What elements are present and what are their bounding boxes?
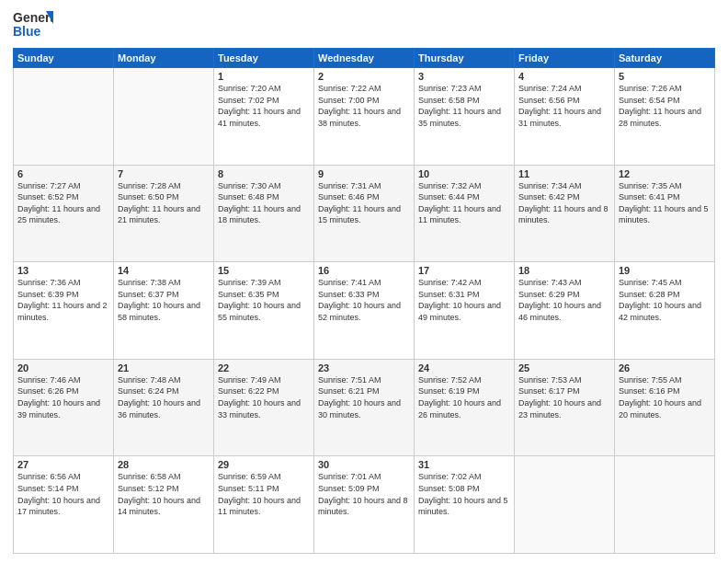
day-info: Sunrise: 7:20 AM Sunset: 7:02 PM Dayligh…: [218, 83, 310, 129]
day-info: Sunrise: 7:35 AM Sunset: 6:41 PM Dayligh…: [619, 180, 711, 226]
calendar-cell: 19Sunrise: 7:45 AM Sunset: 6:28 PM Dayli…: [615, 262, 715, 360]
calendar-cell: 23Sunrise: 7:51 AM Sunset: 6:21 PM Dayli…: [314, 359, 415, 456]
day-number: 7: [118, 168, 210, 179]
weekday-header-sunday: Sunday: [14, 49, 114, 68]
day-info: Sunrise: 7:26 AM Sunset: 6:54 PM Dayligh…: [619, 83, 711, 129]
day-info: Sunrise: 7:36 AM Sunset: 6:39 PM Dayligh…: [17, 277, 109, 323]
calendar-cell: 2Sunrise: 7:22 AM Sunset: 7:00 PM Daylig…: [314, 68, 415, 166]
day-info: Sunrise: 7:34 AM Sunset: 6:42 PM Dayligh…: [518, 180, 610, 226]
day-info: Sunrise: 7:30 AM Sunset: 6:48 PM Dayligh…: [218, 180, 310, 226]
day-number: 3: [418, 71, 510, 82]
calendar-cell: [515, 456, 615, 554]
calendar-cell: 25Sunrise: 7:53 AM Sunset: 6:17 PM Dayli…: [515, 359, 615, 456]
calendar-cell: 9Sunrise: 7:31 AM Sunset: 6:46 PM Daylig…: [314, 165, 415, 262]
day-number: 21: [118, 362, 210, 373]
weekday-header-friday: Friday: [515, 49, 615, 68]
calendar-week-5: 27Sunrise: 6:56 AM Sunset: 5:14 PM Dayli…: [14, 456, 715, 554]
day-number: 1: [218, 71, 310, 82]
weekday-header-row: SundayMondayTuesdayWednesdayThursdayFrid…: [14, 49, 715, 68]
calendar-week-3: 13Sunrise: 7:36 AM Sunset: 6:39 PM Dayli…: [14, 262, 715, 360]
day-info: Sunrise: 7:39 AM Sunset: 6:35 PM Dayligh…: [218, 277, 310, 323]
day-info: Sunrise: 7:32 AM Sunset: 6:44 PM Dayligh…: [418, 180, 510, 226]
day-info: Sunrise: 7:49 AM Sunset: 6:22 PM Dayligh…: [218, 374, 310, 420]
day-number: 17: [418, 265, 510, 276]
day-info: Sunrise: 7:38 AM Sunset: 6:37 PM Dayligh…: [118, 277, 210, 323]
day-info: Sunrise: 7:01 AM Sunset: 5:09 PM Dayligh…: [318, 471, 410, 517]
day-info: Sunrise: 7:45 AM Sunset: 6:28 PM Dayligh…: [619, 277, 711, 323]
weekday-header-monday: Monday: [114, 49, 214, 68]
calendar-cell: 24Sunrise: 7:52 AM Sunset: 6:19 PM Dayli…: [415, 359, 515, 456]
day-number: 6: [17, 168, 109, 179]
calendar-cell: 22Sunrise: 7:49 AM Sunset: 6:22 PM Dayli…: [214, 359, 314, 456]
calendar-cell: 12Sunrise: 7:35 AM Sunset: 6:41 PM Dayli…: [615, 165, 715, 262]
day-info: Sunrise: 7:27 AM Sunset: 6:52 PM Dayligh…: [17, 180, 109, 226]
calendar-cell: 10Sunrise: 7:32 AM Sunset: 6:44 PM Dayli…: [415, 165, 515, 262]
day-number: 23: [318, 362, 410, 373]
day-info: Sunrise: 7:52 AM Sunset: 6:19 PM Dayligh…: [418, 374, 510, 420]
calendar-cell: 5Sunrise: 7:26 AM Sunset: 6:54 PM Daylig…: [615, 68, 715, 166]
calendar-cell: 14Sunrise: 7:38 AM Sunset: 6:37 PM Dayli…: [114, 262, 214, 360]
day-info: Sunrise: 7:55 AM Sunset: 6:16 PM Dayligh…: [619, 374, 711, 420]
day-number: 14: [118, 265, 210, 276]
day-info: Sunrise: 7:31 AM Sunset: 6:46 PM Dayligh…: [318, 180, 410, 226]
calendar-cell: [615, 456, 715, 554]
calendar-cell: 17Sunrise: 7:42 AM Sunset: 6:31 PM Dayli…: [415, 262, 515, 360]
weekday-header-thursday: Thursday: [415, 49, 515, 68]
day-number: 9: [318, 168, 410, 179]
day-number: 27: [17, 459, 109, 470]
day-number: 22: [218, 362, 310, 373]
day-info: Sunrise: 7:02 AM Sunset: 5:08 PM Dayligh…: [418, 471, 510, 517]
day-number: 11: [518, 168, 610, 179]
calendar-table: SundayMondayTuesdayWednesdayThursdayFrid…: [13, 48, 715, 554]
day-number: 16: [318, 265, 410, 276]
page: GeneralBlue SundayMondayTuesdayWednesday…: [0, 0, 728, 563]
calendar-cell: 27Sunrise: 6:56 AM Sunset: 5:14 PM Dayli…: [14, 456, 114, 554]
calendar-cell: 26Sunrise: 7:55 AM Sunset: 6:16 PM Dayli…: [615, 359, 715, 456]
calendar-cell: 31Sunrise: 7:02 AM Sunset: 5:08 PM Dayli…: [415, 456, 515, 554]
day-number: 18: [518, 265, 610, 276]
weekday-header-tuesday: Tuesday: [214, 49, 314, 68]
day-number: 4: [518, 71, 610, 82]
day-number: 29: [218, 459, 310, 470]
day-number: 8: [218, 168, 310, 179]
day-number: 26: [619, 362, 711, 373]
calendar-cell: 7Sunrise: 7:28 AM Sunset: 6:50 PM Daylig…: [114, 165, 214, 262]
day-info: Sunrise: 7:22 AM Sunset: 7:00 PM Dayligh…: [318, 83, 410, 129]
logo: GeneralBlue: [13, 9, 53, 42]
calendar-week-1: 1Sunrise: 7:20 AM Sunset: 7:02 PM Daylig…: [14, 68, 715, 166]
calendar-cell: 13Sunrise: 7:36 AM Sunset: 6:39 PM Dayli…: [14, 262, 114, 360]
calendar-cell: 11Sunrise: 7:34 AM Sunset: 6:42 PM Dayli…: [515, 165, 615, 262]
logo-svg: GeneralBlue: [13, 9, 53, 42]
calendar-cell: 29Sunrise: 6:59 AM Sunset: 5:11 PM Dayli…: [214, 456, 314, 554]
calendar-cell: 21Sunrise: 7:48 AM Sunset: 6:24 PM Dayli…: [114, 359, 214, 456]
weekday-header-saturday: Saturday: [615, 49, 715, 68]
day-number: 30: [318, 459, 410, 470]
day-info: Sunrise: 7:48 AM Sunset: 6:24 PM Dayligh…: [118, 374, 210, 420]
day-info: Sunrise: 7:24 AM Sunset: 6:56 PM Dayligh…: [518, 83, 610, 129]
day-info: Sunrise: 7:53 AM Sunset: 6:17 PM Dayligh…: [518, 374, 610, 420]
day-info: Sunrise: 7:42 AM Sunset: 6:31 PM Dayligh…: [418, 277, 510, 323]
calendar-cell: 16Sunrise: 7:41 AM Sunset: 6:33 PM Dayli…: [314, 262, 415, 360]
calendar-cell: 18Sunrise: 7:43 AM Sunset: 6:29 PM Dayli…: [515, 262, 615, 360]
weekday-header-wednesday: Wednesday: [314, 49, 415, 68]
calendar-cell: 15Sunrise: 7:39 AM Sunset: 6:35 PM Dayli…: [214, 262, 314, 360]
calendar-cell: 1Sunrise: 7:20 AM Sunset: 7:02 PM Daylig…: [214, 68, 314, 166]
day-info: Sunrise: 6:56 AM Sunset: 5:14 PM Dayligh…: [17, 471, 109, 517]
day-number: 10: [418, 168, 510, 179]
day-info: Sunrise: 7:28 AM Sunset: 6:50 PM Dayligh…: [118, 180, 210, 226]
calendar-cell: 8Sunrise: 7:30 AM Sunset: 6:48 PM Daylig…: [214, 165, 314, 262]
day-number: 5: [619, 71, 711, 82]
day-number: 25: [518, 362, 610, 373]
day-info: Sunrise: 6:58 AM Sunset: 5:12 PM Dayligh…: [118, 471, 210, 517]
day-info: Sunrise: 6:59 AM Sunset: 5:11 PM Dayligh…: [218, 471, 310, 517]
calendar-cell: 20Sunrise: 7:46 AM Sunset: 6:26 PM Dayli…: [14, 359, 114, 456]
day-number: 2: [318, 71, 410, 82]
day-number: 13: [17, 265, 109, 276]
calendar-cell: 3Sunrise: 7:23 AM Sunset: 6:58 PM Daylig…: [415, 68, 515, 166]
svg-text:Blue: Blue: [13, 24, 41, 39]
day-info: Sunrise: 7:51 AM Sunset: 6:21 PM Dayligh…: [318, 374, 410, 420]
day-number: 20: [17, 362, 109, 373]
calendar-cell: 28Sunrise: 6:58 AM Sunset: 5:12 PM Dayli…: [114, 456, 214, 554]
calendar-cell: [114, 68, 214, 166]
day-number: 28: [118, 459, 210, 470]
